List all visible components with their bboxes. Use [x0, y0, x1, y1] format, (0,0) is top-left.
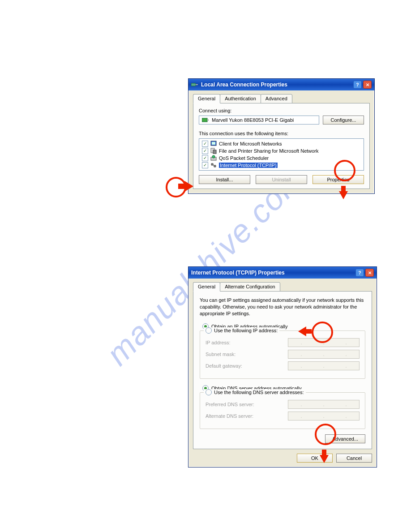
window-title: Local Area Connection Properties	[201, 82, 287, 88]
close-button[interactable]: ✕	[365, 269, 374, 277]
dns-group: Use the following DNS server addresses: …	[200, 392, 365, 429]
list-item-label: Internet Protocol (TCP/IP)	[219, 163, 278, 168]
uninstall-button: Uninstall	[256, 175, 307, 184]
svg-rect-2	[202, 118, 207, 122]
svg-rect-0	[191, 83, 196, 86]
adapter-field: Marvell Yukon 88E8053 PCI-E Gigabi	[199, 116, 319, 124]
radio-use-ip[interactable]	[206, 327, 212, 334]
tcpip-icon	[210, 162, 217, 168]
sharing-icon	[210, 148, 217, 154]
annotation-circle	[166, 177, 186, 197]
gateway-label: Default gateway:	[206, 363, 242, 369]
alt-dns-field: ...	[288, 412, 360, 420]
adapter-name: Marvell Yukon 88E8053 PCI-E Gigabi	[212, 117, 294, 123]
subnet-label: Subnet mask:	[206, 352, 235, 357]
radio-label: Use the following IP address:	[214, 328, 278, 333]
tab-alternate-config[interactable]: Alternate Configuration	[220, 282, 280, 292]
checkbox[interactable]: ✓	[202, 155, 208, 161]
tab-advanced[interactable]: Advanced	[261, 94, 292, 103]
svg-rect-1	[196, 84, 198, 85]
checkbox[interactable]: ✓	[202, 148, 208, 154]
help-button[interactable]: ?	[355, 269, 364, 277]
help-button[interactable]: ?	[353, 81, 362, 89]
checkbox[interactable]: ✓	[202, 141, 208, 147]
svg-point-9	[212, 155, 215, 158]
radio-label: Use the following DNS server addresses:	[214, 390, 304, 395]
qos-icon	[210, 155, 217, 161]
radio-use-dns[interactable]	[206, 389, 212, 395]
intro-text: You can get IP settings assigned automat…	[200, 297, 365, 317]
svg-rect-3	[207, 119, 209, 121]
tab-content: Connect using: Marvell Yukon 88E8053 PCI…	[193, 103, 370, 189]
list-item-label: Client for Microsoft Networks	[219, 141, 282, 146]
client-icon	[210, 141, 217, 147]
tab-strip: General Authentication Advanced	[193, 94, 370, 103]
connect-using-label: Connect using:	[199, 108, 364, 113]
window-tcpip-properties: Internet Protocol (TCP/IP) Properties ? …	[188, 266, 377, 468]
configure-button[interactable]: Configure...	[323, 116, 364, 124]
ok-button[interactable]: OK	[297, 454, 333, 463]
list-item-label: File and Printer Sharing for Microsoft N…	[219, 148, 319, 154]
gateway-field: ...	[288, 361, 360, 370]
advanced-button[interactable]: Advanced...	[325, 434, 365, 443]
pref-dns-label: Preferred DNS server:	[206, 402, 254, 407]
list-item[interactable]: ✓ File and Printer Sharing for Microsoft…	[201, 147, 362, 154]
ip-address-field: ...	[288, 338, 360, 347]
list-item-tcpip[interactable]: ✓ Internet Protocol (TCP/IP)	[201, 162, 362, 169]
alt-dns-label: Alternate DNS server:	[206, 413, 253, 419]
ip-address-label: IP address:	[206, 340, 230, 345]
list-item[interactable]: ✓ Client for Microsoft Networks	[201, 140, 362, 147]
tab-content: You can get IP settings assigned automat…	[193, 291, 372, 449]
titlebar[interactable]: Local Area Connection Properties ? ✕	[188, 79, 374, 90]
checkbox[interactable]: ✓	[202, 162, 208, 168]
properties-button[interactable]: Properties	[313, 175, 364, 184]
connection-items-list[interactable]: ✓ Client for Microsoft Networks ✓ File a…	[199, 138, 364, 171]
list-item[interactable]: ✓ QoS Packet Scheduler	[201, 154, 362, 162]
tab-general[interactable]: General	[193, 94, 220, 103]
tab-general[interactable]: General	[193, 282, 220, 292]
pref-dns-field: ...	[288, 400, 360, 409]
window-title: Internet Protocol (TCP/IP) Properties	[191, 270, 285, 276]
network-icon	[191, 82, 198, 87]
window-lan-properties: Local Area Connection Properties ? ✕ Gen…	[188, 78, 375, 194]
nic-icon	[202, 117, 209, 123]
items-label: This connection uses the following items…	[199, 131, 364, 136]
tab-strip: General Alternate Configuration	[193, 282, 372, 292]
svg-rect-7	[213, 150, 216, 154]
install-button[interactable]: Install...	[199, 175, 250, 184]
svg-rect-5	[212, 142, 215, 145]
titlebar[interactable]: Internet Protocol (TCP/IP) Properties ? …	[188, 267, 377, 279]
ip-group: Use the following IP address: IP address…	[200, 330, 365, 379]
close-button[interactable]: ✕	[363, 81, 372, 89]
cancel-button[interactable]: Cancel	[336, 454, 372, 463]
tab-authentication[interactable]: Authentication	[220, 94, 261, 103]
subnet-field: ...	[288, 350, 360, 359]
list-item-label: QoS Packet Scheduler	[219, 155, 269, 161]
